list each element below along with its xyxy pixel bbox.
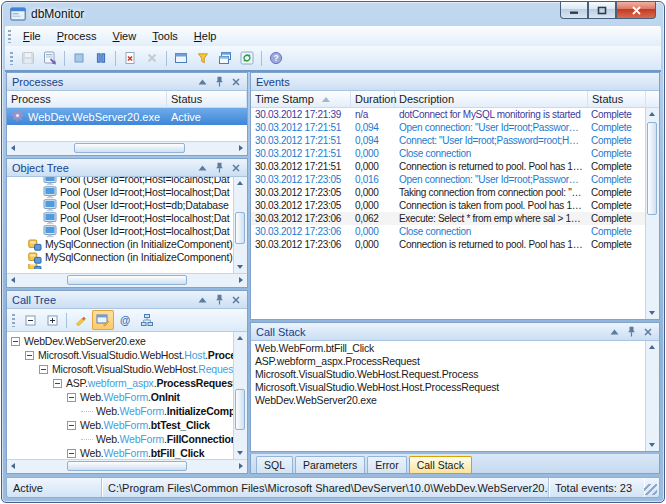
menu-view[interactable]: View xyxy=(105,28,145,44)
close-button[interactable] xyxy=(616,2,656,19)
at-button[interactable]: @ xyxy=(114,310,136,330)
marker-button[interactable] xyxy=(70,310,92,330)
pin-icon[interactable] xyxy=(213,76,225,88)
pin-icon[interactable] xyxy=(213,294,225,306)
collapse-box-icon[interactable] xyxy=(25,351,34,360)
collapse-box-icon[interactable] xyxy=(67,421,76,430)
event-row[interactable]: 30.03.2012 17:23:050,000Connection is ta… xyxy=(251,199,645,212)
pin-icon[interactable] xyxy=(213,162,225,174)
scroll-down-icon[interactable] xyxy=(649,311,655,315)
object-tree-item[interactable]: MySqlConnection (in InitializeComponent) xyxy=(7,238,233,251)
event-row[interactable]: 30.03.2012 17:23:060,000Close connection… xyxy=(251,225,645,238)
column-duration[interactable]: Duration xyxy=(351,91,395,107)
stop-button[interactable] xyxy=(68,48,90,68)
export-button[interactable] xyxy=(39,48,61,68)
clear-button[interactable] xyxy=(119,48,141,68)
call-stack-line[interactable]: Microsoft.VisualStudio.WebHost.Host.Proc… xyxy=(251,381,645,394)
scroll-up-icon[interactable] xyxy=(237,181,243,185)
close-icon[interactable] xyxy=(230,76,242,88)
call-stack-line[interactable]: WebDev.WebServer20.exe xyxy=(251,394,645,407)
scroll-up-icon[interactable] xyxy=(649,345,655,349)
object-tree-hscrollbar[interactable] xyxy=(7,273,247,287)
collapse-box-icon[interactable] xyxy=(67,393,76,402)
scroll-thumb[interactable] xyxy=(235,389,245,430)
tab-error[interactable]: Error xyxy=(367,456,406,473)
resize-grip[interactable] xyxy=(644,484,657,495)
tab-sql[interactable]: SQL xyxy=(256,456,293,473)
event-row[interactable]: 30.03.2012 17:23:050,000Taking connectio… xyxy=(251,186,645,199)
call-tree-item[interactable]: ASP.webform_aspx.ProcessRequest xyxy=(7,376,233,390)
events-vscrollbar[interactable] xyxy=(645,108,659,319)
call-tree-item[interactable]: Web.WebForm.btTest_Click xyxy=(7,418,233,432)
minimize-button[interactable] xyxy=(560,2,588,19)
scroll-thumb[interactable] xyxy=(235,212,245,245)
scroll-thumb[interactable] xyxy=(67,275,187,285)
menu-file[interactable]: File xyxy=(15,28,49,44)
call-tree-item[interactable]: Web.WebForm.OnInit xyxy=(7,390,233,404)
menu-tools[interactable]: Tools xyxy=(144,28,186,44)
object-tree-item[interactable]: MySqlConnection (in InitializeComponent) xyxy=(7,251,233,264)
call-tree-item[interactable]: Web.WebForm.InitializeComponent xyxy=(7,404,233,418)
call-tree-item[interactable]: Web.WebForm.btFill_Click xyxy=(7,446,233,459)
collapse-box-icon[interactable] xyxy=(11,337,20,346)
collapse-all-button[interactable] xyxy=(19,310,41,330)
column-status[interactable]: Status xyxy=(588,91,646,107)
scroll-up-icon[interactable] xyxy=(237,336,243,340)
scroll-down-icon[interactable] xyxy=(237,265,243,269)
call-stack-line[interactable]: Web.WebForm.btFill_Click xyxy=(251,342,645,355)
object-tree-item[interactable]: Pool (User Id=root;Host=db;Database xyxy=(7,199,233,212)
column-description[interactable]: Description xyxy=(395,91,588,107)
object-tree-vscrollbar[interactable] xyxy=(233,177,247,273)
scroll-right-icon[interactable] xyxy=(239,145,243,151)
help-button[interactable]: ? xyxy=(265,48,287,68)
pin-icon[interactable] xyxy=(625,326,637,338)
object-tree-item[interactable]: Pool (User Id=root;Host=localhost;Dat xyxy=(7,225,233,238)
expand-all-button[interactable] xyxy=(41,310,63,330)
collapse-box-icon[interactable] xyxy=(53,379,62,388)
object-tree-item[interactable]: Pool (User Id=root;Host=localhost;Dat xyxy=(7,212,233,225)
object-tree-item[interactable]: Pool (User Id=root;Host=localhost;Dat xyxy=(7,186,233,199)
event-row[interactable]: 30.03.2012 17:21:39n/adotConnect for MyS… xyxy=(251,108,645,121)
event-row[interactable]: 30.03.2012 17:23:050,016Open connection:… xyxy=(251,173,645,186)
call-stack-vscrollbar[interactable] xyxy=(645,341,659,451)
tab-parameters[interactable]: Parameters xyxy=(295,456,365,473)
scroll-left-icon[interactable] xyxy=(11,463,15,469)
call-tree-item[interactable]: Microsoft.VisualStudio.WebHost.Request.P… xyxy=(7,362,233,376)
object-tree-item[interactable] xyxy=(7,264,233,269)
event-row[interactable]: 30.03.2012 17:21:510,094Connect: "User I… xyxy=(251,134,645,147)
collapse-icon[interactable] xyxy=(196,294,208,306)
event-row[interactable]: 30.03.2012 17:23:060,062Execute: Select … xyxy=(251,212,645,225)
collapse-icon[interactable] xyxy=(608,326,620,338)
scroll-up-icon[interactable] xyxy=(649,112,655,116)
close-icon[interactable] xyxy=(642,326,654,338)
levels-button[interactable] xyxy=(136,310,158,330)
object-tree-item[interactable]: Pool (User Id=root;Host=localhost;Dat xyxy=(7,177,233,186)
scroll-right-icon[interactable] xyxy=(239,277,243,283)
call-tree-item[interactable]: WebDev.WebServer20.exe xyxy=(7,334,233,348)
pause-button[interactable] xyxy=(90,48,112,68)
column-process[interactable]: Process xyxy=(7,91,167,107)
call-stack-line[interactable]: Microsoft.VisualStudio.WebHost.Request.P… xyxy=(251,368,645,381)
report-window-button[interactable] xyxy=(214,48,236,68)
menu-help[interactable]: Help xyxy=(186,28,225,44)
refresh-button[interactable] xyxy=(236,48,258,68)
close-icon[interactable] xyxy=(230,162,242,174)
column-status[interactable]: Status xyxy=(167,91,247,107)
options-window-button[interactable] xyxy=(170,48,192,68)
filter-button[interactable] xyxy=(192,48,214,68)
call-tree-hscrollbar[interactable] xyxy=(7,459,247,473)
maximize-button[interactable] xyxy=(588,2,616,19)
process-row[interactable]: WebDev.WebServer20.exeActive xyxy=(7,108,247,125)
scroll-left-icon[interactable] xyxy=(11,145,15,151)
save-button[interactable] xyxy=(17,48,39,68)
event-row[interactable]: 30.03.2012 17:21:510,000Connection is re… xyxy=(251,160,645,173)
call-tree-item[interactable]: Web.WebForm.FillConnectionString xyxy=(7,432,233,446)
processes-hscrollbar[interactable] xyxy=(7,141,247,155)
call-tree-item[interactable]: Microsoft.VisualStudio.WebHost.Host.Proc… xyxy=(7,348,233,362)
menu-process[interactable]: Process xyxy=(49,28,105,44)
collapse-icon[interactable] xyxy=(196,76,208,88)
call-stack-line[interactable]: ASP.webform_aspx.ProcessRequest xyxy=(251,355,645,368)
scroll-down-icon[interactable] xyxy=(649,443,655,447)
event-row[interactable]: 30.03.2012 17:21:510,000Close connection… xyxy=(251,147,645,160)
event-row[interactable]: 30.03.2012 17:21:510,094Open connection:… xyxy=(251,121,645,134)
